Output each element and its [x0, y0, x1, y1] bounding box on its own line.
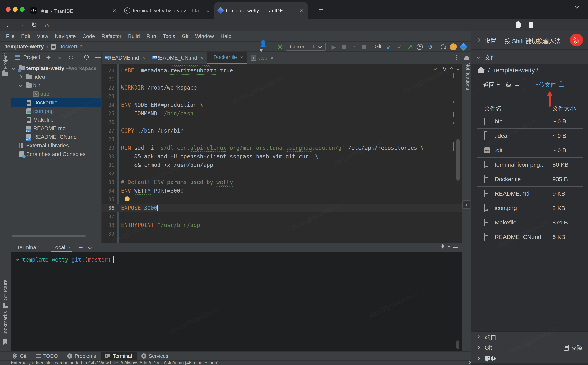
menu-item-edit[interactable]: Edit: [18, 33, 34, 39]
tool-button-problems[interactable]: !Problems: [63, 352, 101, 360]
prev-problem-icon[interactable]: [450, 67, 453, 71]
run-config-dropdown[interactable]: Current File: [286, 43, 326, 50]
editor-tabs-menu-icon[interactable]: [453, 54, 460, 62]
menu-item-refactor[interactable]: Refactor: [98, 33, 125, 39]
search-icon[interactable]: [439, 42, 448, 51]
file-row-terminal-icon-png-[interactable]: terminal-icon-png...50 KB: [477, 157, 582, 172]
menu-item-view[interactable]: View: [34, 33, 52, 39]
tree-item-readme-md[interactable]: README.md: [11, 124, 101, 133]
file-row-readme-cn-md[interactable]: README_CN.md6 KB: [477, 230, 582, 244]
chevron-down-icon[interactable]: [19, 84, 22, 87]
editor-tab-app[interactable]: >app×: [247, 51, 277, 64]
stop-icon[interactable]: [360, 42, 368, 51]
tree-item-readme-cn-md[interactable]: README_CN.md: [11, 133, 101, 141]
home-icon[interactable]: ⌂: [42, 20, 52, 30]
locate-file-icon[interactable]: ⊕: [45, 54, 52, 61]
extensions-icon[interactable]: [513, 20, 523, 30]
file-row-bin[interactable]: bin~ 0 B: [477, 114, 582, 128]
side-panel-icon[interactable]: [526, 20, 536, 30]
panel-settings-gear-icon[interactable]: [83, 54, 90, 61]
rollback-icon[interactable]: ↺: [426, 42, 434, 51]
menu-item-navigate[interactable]: Navigate: [52, 33, 79, 39]
hide-panel-icon[interactable]: —: [95, 54, 101, 61]
terminal-settings-gear-icon[interactable]: [442, 245, 444, 248]
chevron-right-icon[interactable]: [19, 75, 22, 79]
go-up-button[interactable]: 返回上一级 ←: [478, 79, 525, 90]
breadcrumb-file[interactable]: Dockerfile: [58, 43, 83, 50]
stripe-notifications-label[interactable]: Notifications: [462, 63, 471, 90]
close-tab-icon[interactable]: ×: [240, 54, 243, 60]
tree-item-template-wetty[interactable]: template-wetty ~/workspace: [11, 64, 101, 73]
browser-tab[interactable]: ‹t›项目 - TitanIDE×: [27, 2, 121, 19]
browser-tab[interactable]: >_terminal-wetty-bwqryafz - Tita×: [121, 2, 214, 19]
tree-item-dockerfile[interactable]: Dockerfile: [11, 98, 101, 107]
tree-item-app[interactable]: >app: [11, 90, 101, 98]
terminal-scrollbar[interactable]: [456, 340, 459, 349]
section-Git[interactable]: Git克隆: [471, 342, 588, 353]
editor[interactable]: 19LABEL metadata.usesubdomain=false20LAB…: [102, 64, 462, 243]
tab-search-chevron-icon[interactable]: [575, 4, 585, 14]
section-端口[interactable]: 端口: [471, 331, 588, 342]
minimize-terminal-icon[interactable]: [453, 247, 458, 248]
new-terminal-icon[interactable]: +: [79, 244, 83, 251]
column-filesize[interactable]: 文件大小: [552, 104, 576, 112]
file-row-readme-md[interactable]: README.md9 KB: [477, 186, 582, 201]
tool-button-terminal[interactable]: >_Terminal: [101, 352, 137, 360]
minimize-window-button[interactable]: [13, 7, 18, 12]
tree-item-icon-png[interactable]: icon.png: [11, 107, 101, 116]
tree-item-external-libraries[interactable]: External Libraries: [11, 141, 101, 150]
demo-badge[interactable]: 演: [570, 34, 583, 46]
menu-item-code[interactable]: Code: [79, 33, 98, 39]
git-push-icon[interactable]: ↗: [406, 42, 414, 51]
tree-item-makefile[interactable]: Makefile: [11, 116, 101, 124]
close-tab-icon[interactable]: ×: [271, 55, 273, 61]
chevron-down-icon[interactable]: [12, 67, 15, 70]
menu-item-run[interactable]: Run: [143, 33, 160, 39]
tool-button-git[interactable]: Git: [8, 352, 31, 360]
stripe-project-button[interactable]: Project: [0, 53, 11, 76]
files-section-header[interactable]: 文件: [471, 49, 588, 64]
upgrade-icon[interactable]: ↑: [449, 42, 458, 51]
titanide-gem-icon[interactable]: [459, 42, 468, 51]
horizontal-scrollbar[interactable]: [12, 235, 86, 237]
file-row-icon-png[interactable]: icon.png2 KB: [477, 201, 582, 215]
terminal-tab-local[interactable]: Local ×: [51, 243, 72, 252]
file-row--git[interactable]: git.git~ 0 B: [477, 143, 582, 157]
back-icon[interactable]: ←: [4, 20, 14, 30]
git-update-icon[interactable]: ↙: [385, 42, 393, 51]
stripe-structure-button[interactable]: Structure: [0, 280, 11, 308]
close-tab-icon[interactable]: ×: [200, 55, 203, 61]
git-commit-icon[interactable]: ✓: [396, 42, 404, 51]
files-path[interactable]: template-wetty /: [494, 67, 538, 74]
menu-item-file[interactable]: File: [3, 33, 18, 39]
collapse-all-icon[interactable]: ≍: [68, 54, 74, 61]
forward-icon[interactable]: →: [16, 20, 27, 30]
menu-item-tools[interactable]: Tools: [160, 33, 178, 39]
clone-button[interactable]: 克隆: [564, 344, 582, 351]
menu-item-help[interactable]: Help: [217, 33, 235, 39]
menu-item-build[interactable]: Build: [125, 33, 143, 39]
menu-item-window[interactable]: Window: [192, 33, 217, 39]
intention-bulb-icon[interactable]: [125, 196, 130, 201]
column-filename[interactable]: 文件名: [484, 104, 502, 112]
close-icon[interactable]: ×: [68, 245, 71, 250]
user-icon[interactable]: 👤▾: [260, 42, 268, 51]
inspection-widget[interactable]: ✓ 9: [433, 65, 459, 73]
file-row-makefile[interactable]: Makefile874 B: [477, 215, 582, 230]
editor-tab-readme-md[interactable]: README.md×: [102, 51, 149, 64]
close-window-button[interactable]: [6, 7, 11, 12]
zoom-window-button[interactable]: [20, 7, 25, 12]
file-row-dockerfile[interactable]: Dockerfile935 B: [477, 172, 582, 186]
expand-all-icon[interactable]: ≡: [57, 54, 63, 61]
close-tab-icon[interactable]: ×: [298, 7, 304, 14]
editor-tab-dockerfile[interactable]: Dockerfile×: [207, 51, 247, 64]
debug-icon[interactable]: ⬣: [340, 42, 348, 51]
build-wrench-icon[interactable]: ⚒: [276, 42, 284, 51]
menu-item-git[interactable]: Git: [178, 33, 192, 39]
section-服务[interactable]: 服务: [471, 353, 588, 364]
reload-icon[interactable]: ↻: [29, 20, 39, 30]
close-tab-icon[interactable]: ×: [205, 7, 211, 14]
coverage-icon[interactable]: ◔: [350, 42, 358, 51]
tree-item-scratches-and-consoles[interactable]: Scratches and Consoles: [11, 150, 101, 159]
home-icon[interactable]: [478, 70, 484, 73]
